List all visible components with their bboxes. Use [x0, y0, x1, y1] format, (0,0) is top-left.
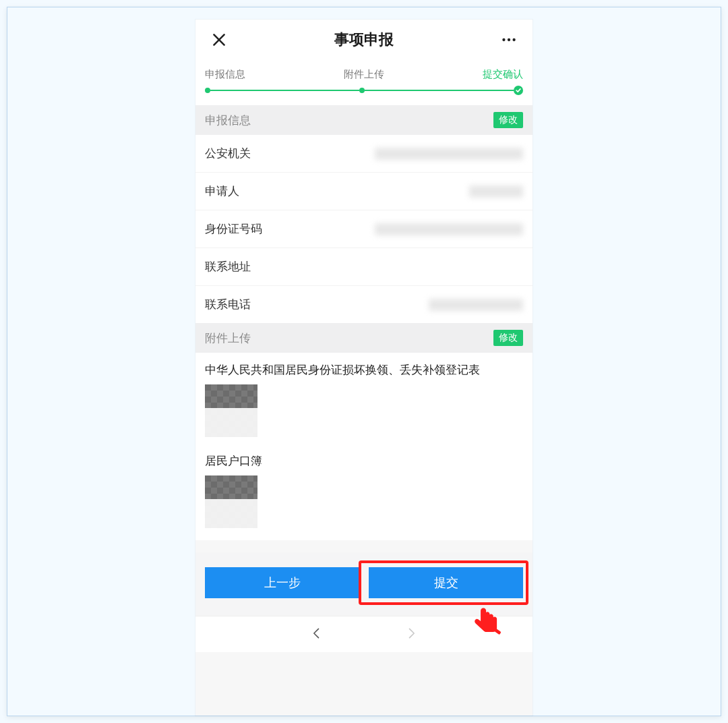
footer-actions: 上一步 提交 — [195, 552, 533, 616]
attachment-title: 居民户口簿 — [205, 453, 523, 469]
info-row: 联系电话 — [195, 286, 533, 323]
close-icon[interactable] — [208, 28, 231, 51]
section-header-info: 申报信息 修改 — [195, 105, 533, 135]
info-label: 联系地址 — [205, 259, 251, 274]
edit-info-button[interactable]: 修改 — [493, 112, 523, 128]
document-frame: 事项申报 申报信息 附件上传 提交确认 — [7, 7, 721, 716]
step-dot — [205, 88, 210, 93]
section-header-attach: 附件上传 修改 — [195, 323, 533, 353]
step-label: 附件上传 — [344, 68, 384, 81]
info-label: 公安机关 — [205, 146, 251, 161]
svg-point-2 — [502, 38, 505, 41]
page-title: 事项申报 — [334, 30, 394, 50]
step-dot — [359, 88, 365, 93]
submit-button[interactable]: 提交 — [369, 567, 523, 598]
attachment-title: 中华人民共和国居民身份证损坏换领、丢失补领登记表 — [205, 362, 523, 378]
info-row: 联系地址 — [195, 248, 533, 286]
info-row: 身份证号码 — [195, 210, 533, 248]
edit-attach-button[interactable]: 修改 — [493, 330, 523, 346]
attachment-item: 居民户口簿 — [195, 449, 533, 540]
info-value-redacted — [375, 148, 523, 160]
attachment-thumbnail[interactable] — [205, 475, 257, 528]
step-dot-check-icon — [514, 86, 523, 95]
info-label: 申请人 — [205, 183, 239, 199]
step-label: 申报信息 — [205, 68, 245, 81]
section-title: 申报信息 — [205, 113, 251, 128]
step-label-active: 提交确认 — [483, 68, 523, 81]
info-row: 申请人 — [195, 173, 533, 210]
info-list: 公安机关 申请人 身份证号码 联系地址 联系电话 — [195, 135, 533, 323]
info-row: 公安机关 — [195, 135, 533, 173]
info-label: 身份证号码 — [205, 221, 262, 237]
info-value-redacted — [429, 299, 523, 311]
svg-point-3 — [508, 38, 510, 41]
steps-bar: 申报信息 附件上传 提交确认 — [195, 60, 533, 105]
prev-button[interactable]: 上一步 — [205, 567, 359, 598]
step-line — [210, 90, 359, 91]
step-line — [365, 90, 514, 91]
spacer — [195, 540, 533, 552]
bottom-nav — [195, 616, 533, 652]
info-value-redacted — [375, 223, 523, 235]
top-bar: 事项申报 — [195, 20, 533, 60]
attachment-item: 中华人民共和国居民身份证损坏换领、丢失补领登记表 — [195, 353, 533, 449]
nav-forward-icon[interactable] — [404, 627, 418, 643]
info-label: 联系电话 — [205, 297, 251, 312]
info-value-redacted — [469, 185, 523, 198]
more-icon[interactable] — [497, 28, 520, 51]
svg-point-4 — [512, 38, 515, 41]
attachment-thumbnail[interactable] — [205, 384, 257, 437]
phone-screen: 事项申报 申报信息 附件上传 提交确认 — [195, 20, 533, 716]
section-title: 附件上传 — [205, 330, 251, 346]
nav-back-icon[interactable] — [310, 627, 324, 643]
